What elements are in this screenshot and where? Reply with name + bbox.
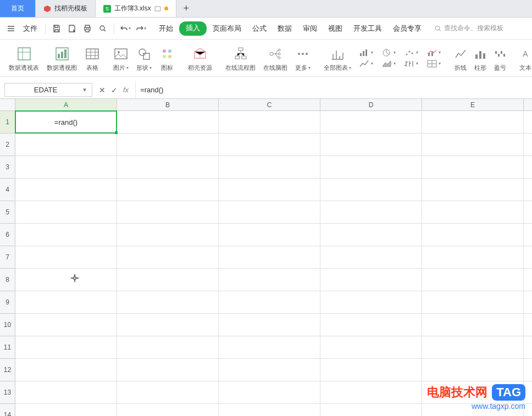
print-icon[interactable]: [81, 22, 94, 35]
ribbon-tab-layout[interactable]: 页面布局: [208, 21, 246, 36]
row-header-14[interactable]: 14: [0, 404, 15, 416]
tab-add-button[interactable]: +: [176, 0, 196, 17]
cell[interactable]: [320, 314, 422, 336]
cell[interactable]: [422, 111, 524, 133]
save-icon[interactable]: [50, 22, 63, 35]
chart-line-icon[interactable]: ▾: [358, 59, 375, 69]
cell[interactable]: [422, 134, 524, 156]
cell[interactable]: [117, 291, 219, 313]
cell[interactable]: [219, 224, 320, 246]
cell[interactable]: [320, 381, 422, 403]
cell[interactable]: [320, 156, 422, 178]
cell[interactable]: [15, 269, 117, 291]
cell[interactable]: [117, 201, 219, 223]
ribbon-tab-review[interactable]: 审阅: [298, 21, 322, 36]
row-header-13[interactable]: 13: [0, 381, 15, 404]
cell[interactable]: [320, 111, 422, 133]
pivot-chart-button[interactable]: 数据透视图: [43, 41, 80, 75]
row-header-1[interactable]: 1: [0, 111, 15, 134]
cell[interactable]: [15, 179, 117, 201]
ribbon-tab-view[interactable]: 视图: [323, 21, 347, 36]
cell[interactable]: [117, 381, 219, 403]
fx-icon[interactable]: fx: [123, 86, 129, 94]
cell[interactable]: [117, 404, 219, 416]
cell[interactable]: [422, 359, 524, 381]
cell[interactable]: [117, 224, 219, 246]
file-menu[interactable]: 文件: [20, 24, 41, 34]
print-preview-icon[interactable]: [96, 22, 109, 35]
cell[interactable]: [219, 134, 320, 156]
cell[interactable]: [15, 314, 117, 336]
column-header-B[interactable]: B: [117, 99, 219, 110]
chart-more-icon[interactable]: ▾: [425, 59, 442, 69]
cell[interactable]: [422, 291, 524, 313]
chart-combo-icon[interactable]: ▾: [425, 48, 442, 58]
cell[interactable]: [320, 291, 422, 313]
cell[interactable]: [15, 224, 117, 246]
cell[interactable]: [117, 134, 219, 156]
cell[interactable]: [422, 269, 524, 291]
cell[interactable]: [219, 404, 320, 416]
row-header-9[interactable]: 9: [0, 291, 15, 314]
chart-area-icon[interactable]: ▾: [380, 59, 397, 69]
column-header-C[interactable]: C: [219, 99, 320, 110]
cell[interactable]: [15, 359, 117, 381]
sparkline-bar-button[interactable]: 柱形: [471, 41, 490, 75]
icons-button[interactable]: 图标: [156, 41, 178, 75]
cell[interactable]: [422, 179, 524, 201]
cell[interactable]: [219, 111, 320, 133]
name-box[interactable]: EDATE ▼: [4, 83, 92, 97]
formula-input[interactable]: =rand(): [135, 81, 532, 98]
cell[interactable]: [117, 336, 219, 358]
cell[interactable]: [320, 201, 422, 223]
more-button[interactable]: 更多▾: [292, 41, 314, 75]
row-header-6[interactable]: 6: [0, 224, 15, 246]
command-search[interactable]: 查找命令、搜索模板: [434, 24, 503, 33]
row-header-4[interactable]: 4: [0, 179, 15, 201]
cell[interactable]: [117, 156, 219, 178]
column-header-A[interactable]: A: [15, 99, 117, 110]
cell[interactable]: [422, 156, 524, 178]
cell[interactable]: [422, 336, 524, 358]
ribbon-tab-insert[interactable]: 插入: [179, 21, 207, 36]
text-button[interactable]: A文本: [516, 41, 532, 75]
chart-stock-icon[interactable]: ▾: [403, 59, 420, 69]
cell[interactable]: [219, 246, 320, 268]
accept-formula-icon[interactable]: ✓: [111, 86, 118, 95]
redo-icon[interactable]: ▾: [134, 22, 147, 35]
row-header-11[interactable]: 11: [0, 336, 15, 359]
cell[interactable]: [219, 201, 320, 223]
cell[interactable]: [219, 359, 320, 381]
cell[interactable]: [117, 269, 219, 291]
flowchart-button[interactable]: 在线流程图: [222, 41, 259, 75]
cell[interactable]: [422, 314, 524, 336]
row-header-10[interactable]: 10: [0, 314, 15, 336]
cell[interactable]: [117, 314, 219, 336]
cell[interactable]: [422, 201, 524, 223]
cell[interactable]: [320, 269, 422, 291]
chart-pie-icon[interactable]: ▾: [380, 48, 397, 58]
shapes-button[interactable]: 形状▾: [133, 41, 155, 75]
cell[interactable]: [219, 269, 320, 291]
cell[interactable]: [219, 156, 320, 178]
sparkline-winloss-button[interactable]: 盈亏: [491, 41, 509, 75]
ribbon-tab-data[interactable]: 数据: [273, 21, 297, 36]
select-all-corner[interactable]: [0, 99, 15, 111]
ribbon-tab-devtools[interactable]: 开发工具: [348, 21, 387, 36]
cell[interactable]: [117, 111, 219, 133]
cell[interactable]: [422, 224, 524, 246]
ribbon-tab-formula[interactable]: 公式: [247, 21, 271, 36]
cell[interactable]: [15, 246, 117, 268]
cell[interactable]: [219, 381, 320, 403]
row-header-12[interactable]: 12: [0, 359, 15, 381]
row-header-2[interactable]: 2: [0, 134, 15, 156]
cell[interactable]: [15, 156, 117, 178]
cell[interactable]: [219, 314, 320, 336]
chart-scatter-icon[interactable]: ▾: [403, 48, 420, 58]
cell[interactable]: [219, 179, 320, 201]
cell[interactable]: [15, 134, 117, 156]
chart-bar-icon[interactable]: ▾: [358, 48, 375, 58]
cell[interactable]: [219, 291, 320, 313]
save-as-icon[interactable]: [65, 22, 79, 35]
tab-templates[interactable]: 找稻壳模板: [36, 0, 96, 17]
